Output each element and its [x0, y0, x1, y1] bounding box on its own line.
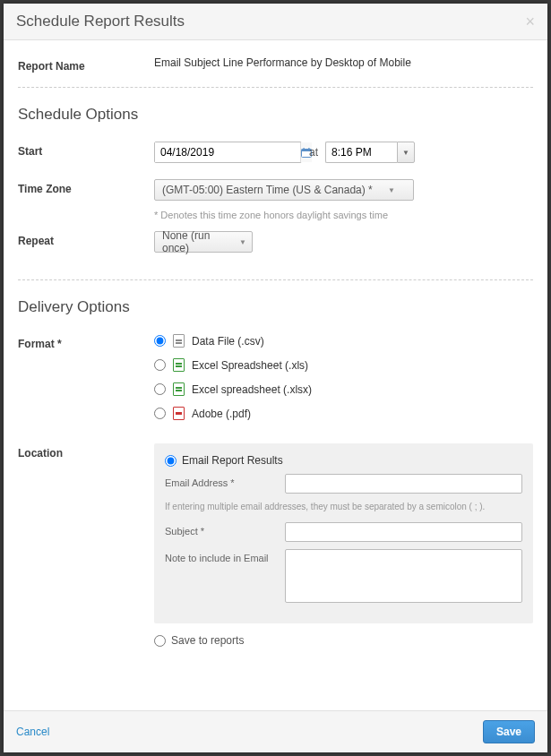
timezone-select[interactable]: (GMT-05:00) Eastern Time (US & Canada) *… — [154, 179, 414, 201]
format-label: Format * — [18, 334, 154, 350]
format-xlsx-label: Excel spreadsheet (.xlsx) — [192, 383, 312, 396]
at-text: at — [309, 146, 318, 159]
format-pdf-label: Adobe (.pdf) — [192, 408, 251, 420]
start-row: Start at ▼ — [18, 142, 533, 163]
format-xls-radio[interactable] — [154, 359, 166, 371]
start-time-field[interactable]: ▼ — [325, 142, 415, 163]
email-option[interactable]: Email Report Results — [165, 454, 522, 467]
start-date-input[interactable] — [155, 142, 300, 162]
location-label: Location — [18, 443, 154, 460]
pdf-file-icon — [173, 407, 185, 420]
save-to-reports-radio[interactable] — [154, 635, 166, 647]
close-icon[interactable]: × — [525, 13, 535, 30]
format-csv-radio[interactable] — [154, 335, 166, 347]
format-pdf[interactable]: Adobe (.pdf) — [154, 407, 533, 420]
xls-file-icon — [173, 358, 185, 372]
email-address-input[interactable] — [285, 474, 522, 494]
chevron-down-icon[interactable]: ▼ — [397, 142, 415, 163]
format-xlsx-radio[interactable] — [154, 383, 166, 395]
modal-body: Report Name Email Subject Line Performan… — [4, 40, 547, 710]
repeat-select[interactable]: None (run once) ▼ — [154, 231, 253, 253]
format-csv[interactable]: Data File (.csv) — [154, 334, 533, 348]
modal-title: Schedule Report Results — [16, 13, 185, 30]
repeat-label: Repeat — [18, 231, 154, 247]
subject-input[interactable] — [285, 522, 522, 542]
start-time-input[interactable] — [325, 142, 397, 163]
note-label: Note to include in Email — [165, 549, 285, 563]
divider — [18, 279, 533, 280]
csv-file-icon — [173, 334, 185, 348]
start-date-field[interactable] — [154, 142, 302, 163]
timezone-value: (GMT-05:00) Eastern Time (US & Canada) * — [162, 184, 373, 196]
repeat-row: Repeat None (run once) ▼ — [18, 231, 533, 253]
note-textarea[interactable] — [285, 549, 522, 603]
save-to-reports-label: Save to reports — [171, 634, 244, 647]
format-xls[interactable]: Excel Spreadsheet (.xls) — [154, 358, 533, 372]
modal-header: Schedule Report Results × — [4, 4, 547, 40]
xlsx-file-icon — [173, 382, 185, 396]
email-location-box: Email Report Results Email Address * If … — [154, 443, 533, 623]
email-option-label: Email Report Results — [182, 454, 283, 467]
start-label: Start — [18, 142, 154, 158]
location-row: Location Email Report Results Email Addr… — [18, 443, 533, 647]
report-name-value: Email Subject Line Performance by Deskto… — [154, 56, 533, 69]
schedule-options-title: Schedule Options — [18, 106, 533, 124]
modal-footer: Cancel Save — [4, 710, 547, 752]
chevron-down-icon: ▼ — [388, 186, 395, 194]
repeat-value: None (run once) — [162, 229, 239, 254]
save-to-reports-option[interactable]: Save to reports — [154, 634, 533, 647]
format-xls-label: Excel Spreadsheet (.xls) — [192, 359, 308, 372]
timezone-note: * Denotes this time zone honors daylight… — [154, 210, 533, 220]
subject-label: Subject * — [165, 522, 285, 537]
email-hint: If entering multiple email addresses, th… — [165, 501, 522, 513]
save-button[interactable]: Save — [483, 720, 535, 743]
cancel-button[interactable]: Cancel — [16, 726, 49, 738]
email-option-radio[interactable] — [165, 455, 176, 467]
format-csv-label: Data File (.csv) — [192, 335, 264, 348]
svg-rect-2 — [304, 148, 305, 150]
schedule-report-modal: Schedule Report Results × Report Name Em… — [4, 4, 547, 752]
divider — [18, 87, 533, 88]
format-pdf-radio[interactable] — [154, 408, 166, 419]
report-name-row: Report Name Email Subject Line Performan… — [18, 56, 533, 73]
email-address-label: Email Address * — [165, 474, 285, 488]
format-row: Format * Data File (.csv) Excel Spreadsh… — [18, 334, 533, 431]
report-name-label: Report Name — [18, 56, 154, 73]
timezone-label: Time Zone — [18, 179, 154, 195]
timezone-row: Time Zone (GMT-05:00) Eastern Time (US &… — [18, 179, 533, 220]
chevron-down-icon: ▼ — [239, 238, 246, 246]
delivery-options-title: Delivery Options — [18, 298, 533, 316]
format-xlsx[interactable]: Excel spreadsheet (.xlsx) — [154, 382, 533, 396]
